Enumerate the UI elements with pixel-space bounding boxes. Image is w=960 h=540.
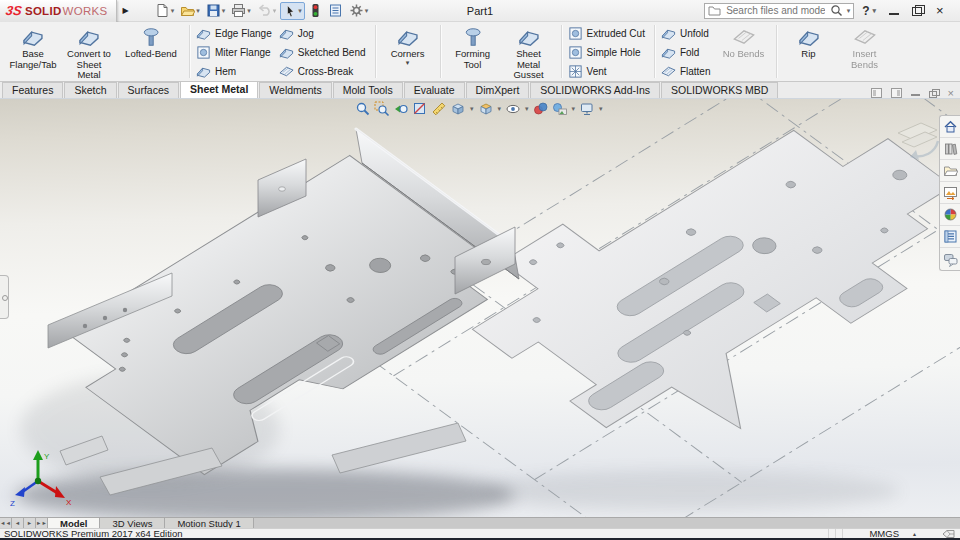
measure-icon[interactable] — [431, 101, 447, 117]
vent-button[interactable]: Vent — [566, 62, 650, 81]
file-explorer-button[interactable] — [940, 160, 960, 182]
display-style-icon[interactable] — [450, 101, 466, 117]
save-button[interactable]: ▾ — [204, 2, 228, 19]
help-button[interactable]: ?▾ — [862, 4, 876, 18]
menu-flyout-arrow[interactable]: ▶ — [123, 6, 129, 15]
pane-left-toggle-icon[interactable] — [871, 88, 882, 98]
help-caret[interactable]: ▾ — [872, 7, 876, 15]
previous-view-icon[interactable] — [393, 101, 409, 117]
open-button[interactable]: ▾ — [178, 2, 202, 19]
corners-caret[interactable]: ▾ — [406, 60, 410, 66]
view-palette-button[interactable] — [940, 182, 960, 204]
doc-restore-button[interactable] — [929, 89, 939, 98]
tab-evaluate[interactable]: Evaluate — [404, 82, 465, 98]
fold-label: Fold — [680, 47, 699, 58]
section-view-icon[interactable] — [412, 101, 428, 117]
cross-break-button[interactable]: Cross-Break — [277, 62, 371, 81]
tab-weldments[interactable]: Weldments — [259, 82, 331, 98]
solidworks-resources-button[interactable] — [940, 116, 960, 138]
view-settings-icon[interactable] — [579, 101, 595, 117]
sketched-bend-button[interactable]: Sketched Bend — [277, 43, 371, 62]
tab-features[interactable]: Features — [2, 82, 63, 98]
simple-hole-button[interactable]: Simple Hole — [566, 43, 650, 62]
base-flange-button[interactable]: Base Flange/Tab — [5, 24, 61, 72]
view-settings-caret[interactable]: ▾ — [599, 105, 603, 113]
options-caret[interactable]: ▾ — [365, 7, 369, 15]
extruded-cut-icon — [568, 26, 583, 41]
edit-appearance-icon[interactable] — [533, 101, 549, 117]
new-document-button[interactable]: ▾ — [153, 2, 177, 19]
convert-to-sheet-metal-icon — [78, 26, 100, 48]
doc-close-button[interactable]: × — [948, 89, 954, 98]
model-tab[interactable]: Model — [48, 518, 100, 528]
print-caret[interactable]: ▾ — [247, 7, 251, 15]
search-icon[interactable] — [830, 4, 843, 17]
tab-mold-tools[interactable]: Mold Tools — [333, 82, 403, 98]
custom-properties-tag-icon[interactable] — [942, 529, 955, 539]
motion-study-tab[interactable]: Motion Study 1 — [165, 518, 253, 528]
last-tab-button[interactable]: ►► — [36, 518, 48, 528]
units-caret[interactable]: ▴ — [913, 530, 916, 537]
search-input[interactable] — [724, 4, 826, 17]
triad-x-label: X — [66, 498, 72, 507]
undo-icon — [257, 3, 272, 18]
tab-solidworks-add-ins[interactable]: SOLIDWORKS Add-Ins — [530, 82, 660, 98]
forming-tool-button[interactable]: Forming Tool — [445, 24, 501, 72]
open-caret[interactable]: ▾ — [196, 7, 200, 15]
save-caret[interactable]: ▾ — [222, 7, 226, 15]
feature-manager-splitter[interactable] — [0, 275, 9, 319]
select-caret[interactable]: ▾ — [298, 7, 302, 15]
hide-show-items-icon[interactable] — [505, 101, 521, 117]
fold-button[interactable]: Fold — [659, 43, 716, 62]
view-orientation-icon[interactable] — [478, 101, 494, 117]
print-button[interactable]: ▾ — [229, 2, 253, 19]
file-properties-button[interactable] — [326, 2, 345, 19]
tab-dimxpert[interactable]: DimXpert — [466, 82, 530, 98]
tab-sketch[interactable]: Sketch — [64, 82, 116, 98]
unfold-button[interactable]: Unfold — [659, 24, 716, 43]
sheet-metal-gusset-button[interactable]: Sheet Metal Gusset — [501, 24, 557, 83]
pane-right-toggle-icon[interactable] — [891, 88, 902, 98]
edge-flange-button[interactable]: Edge Flange — [194, 24, 277, 43]
3d-views-tab[interactable]: 3D Views — [100, 518, 165, 528]
restore-button[interactable] — [912, 5, 924, 16]
select-button[interactable]: ▾ — [280, 2, 305, 20]
tab-surfaces[interactable]: Surfaces — [118, 82, 179, 98]
minimize-button[interactable] — [888, 5, 900, 16]
solidworks-forum-button[interactable] — [940, 248, 960, 270]
custom-properties-button[interactable] — [940, 226, 960, 248]
hide-show-items-caret[interactable]: ▾ — [525, 105, 529, 113]
prev-tab-button[interactable]: ◄ — [12, 518, 24, 528]
tab-solidworks-mbd[interactable]: SOLIDWORKS MBD — [661, 82, 778, 98]
close-button[interactable]: × — [936, 5, 948, 16]
hem-button[interactable]: Hem — [194, 62, 277, 81]
convert-label: Convert to Sheet Metal — [64, 49, 114, 81]
new-caret[interactable]: ▾ — [171, 7, 175, 15]
flatten-button[interactable]: Flatten — [659, 62, 716, 81]
view-orientation-caret[interactable]: ▾ — [498, 105, 502, 113]
rip-button[interactable]: Rip — [781, 24, 837, 62]
zoom-area-icon[interactable] — [374, 101, 390, 117]
zoom-fit-icon[interactable] — [355, 101, 371, 117]
design-library-button[interactable] — [940, 138, 960, 160]
rebuild-button[interactable] — [307, 2, 324, 19]
first-tab-button[interactable]: ◄◄ — [0, 518, 12, 528]
display-style-caret[interactable]: ▾ — [470, 105, 474, 113]
jog-button[interactable]: Jog — [277, 24, 371, 43]
apply-scene-icon[interactable] — [552, 101, 568, 117]
appearances-scenes-button[interactable] — [940, 204, 960, 226]
search-caret[interactable]: ▾ — [847, 7, 851, 15]
convert-to-sheet-metal-button[interactable]: Convert to Sheet Metal — [61, 24, 117, 83]
lofted-bend-button[interactable]: Lofted-Bend — [117, 24, 185, 62]
options-button[interactable]: ▾ — [347, 2, 371, 19]
tab-sheet-metal[interactable]: Sheet Metal — [180, 81, 258, 98]
graphics-area[interactable]: Y X Z ▾ ▾ ▾ ▾ ▾ — [0, 99, 960, 517]
doc-minimize-button[interactable] — [911, 89, 920, 97]
next-tab-button[interactable]: ► — [24, 518, 36, 528]
apply-scene-caret[interactable]: ▾ — [572, 105, 576, 113]
statusbar-separator — [835, 529, 842, 538]
corners-button[interactable]: Corners ▾ — [380, 24, 436, 68]
extruded-cut-button[interactable]: Extruded Cut — [566, 24, 650, 43]
miter-flange-button[interactable]: Miter Flange — [194, 43, 277, 62]
search-box[interactable]: ▾ — [704, 3, 854, 19]
